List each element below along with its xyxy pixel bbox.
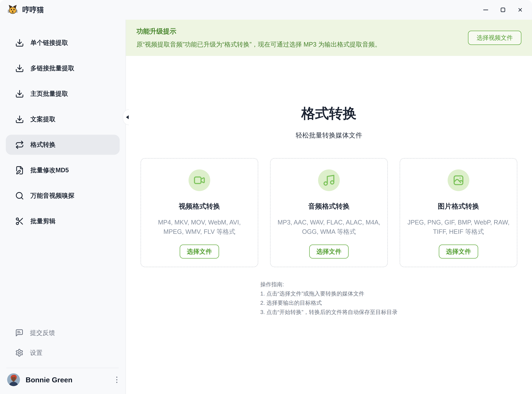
app-logo-cat-icon (7, 5, 18, 15)
download-icon (15, 38, 24, 47)
sidebar-item-label: 单个链接提取 (31, 39, 68, 47)
select-file-button-audio[interactable]: 选择文件 (309, 244, 349, 259)
window-controls (482, 7, 523, 13)
select-file-button-video[interactable]: 选择文件 (180, 244, 219, 259)
sidebar-divider (6, 368, 119, 368)
card-title: 音频格式转换 (308, 202, 350, 211)
sidebar-item-feedback[interactable]: 提交反馈 (6, 323, 120, 342)
image-convert-card: 图片格式转换 JPEG, PNG, GIF, BMP, WebP, RAW, T… (400, 158, 517, 267)
page-header: 格式转换 轻松批量转换媒体文件 (126, 104, 532, 140)
close-icon (517, 7, 523, 13)
minimize-button[interactable] (482, 7, 489, 13)
user-menu-kebab-icon[interactable] (115, 375, 119, 385)
audio-convert-card: 音频格式转换 MP3, AAC, WAV, FLAC, ALAC, M4A, O… (270, 158, 388, 267)
sidebar: 单个链接提取 多链接批量提取 主页批量提取 文案提取 格式转换 (0, 20, 125, 394)
upgrade-banner: 功能升级提示 原“视频提取音频”功能已升级为“格式转换”，现在可通过选择 MP3… (126, 20, 532, 56)
select-video-file-button[interactable]: 选择视频文件 (468, 31, 522, 45)
card-formats: JPEG, PNG, GIF, BMP, WebP, RAW, TIFF, HE… (400, 218, 517, 236)
sidebar-item-label: 批量修改MD5 (31, 166, 69, 175)
video-icon-circle (188, 169, 210, 191)
sidebar-item-multi-link-batch-extract[interactable]: 多链接批量提取 (6, 58, 120, 78)
guide-heading: 操作指南: (260, 280, 397, 289)
card-formats: MP4, MKV, MOV, WebM, AVI, MPEG, WMV, FLV… (141, 218, 258, 236)
usage-guide: 操作指南: 1. 点击“选择文件”或拖入要转换的媒体文件 2. 选择要输出的目标… (260, 280, 397, 317)
video-icon (193, 174, 206, 187)
sidebar-item-label: 多链接批量提取 (31, 64, 74, 73)
card-title: 图片格式转换 (438, 202, 479, 211)
content-area: 功能升级提示 原“视频提取音频”功能已升级为“格式转换”，现在可通过选择 MP3… (125, 20, 532, 394)
sidebar-item-batch-modify-md5[interactable]: 批量修改MD5 (6, 160, 120, 180)
download-icon (15, 89, 24, 98)
video-convert-card: 视频格式转换 MP4, MKV, MOV, WebM, AVI, MPEG, W… (141, 158, 258, 267)
upgrade-banner-text: 功能升级提示 原“视频提取音频”功能已升级为“格式转换”，现在可通过选择 MP3… (136, 27, 381, 49)
avatar (7, 373, 20, 386)
sidebar-item-label: 批量剪辑 (31, 217, 56, 225)
scissors-icon (15, 217, 24, 226)
conversion-cards: 视频格式转换 MP4, MKV, MOV, WebM, AVI, MPEG, W… (126, 158, 532, 267)
upgrade-banner-title: 功能升级提示 (136, 27, 381, 36)
upgrade-banner-body: 原“视频提取音频”功能已升级为“格式转换”，现在可通过选择 MP3 为输出格式提… (136, 40, 381, 49)
guide-step: 3. 点击“开始转换”，转换后的文件将自动保存至目标目录 (260, 307, 397, 317)
card-title: 视频格式转换 (179, 202, 220, 211)
sidebar-nav: 单个链接提取 多链接批量提取 主页批量提取 文案提取 格式转换 (0, 33, 125, 231)
download-icon (15, 64, 24, 73)
page-title: 格式转换 (126, 104, 532, 123)
chevron-left-icon (126, 115, 129, 119)
app-window: 哼哼猫 单个链接提取 多链接批量提取 (0, 0, 532, 394)
image-icon (452, 174, 465, 187)
search-icon (15, 191, 24, 200)
sidebar-item-format-convert[interactable]: 格式转换 (6, 135, 120, 155)
user-name: Bonnie Green (26, 376, 73, 384)
sidebar-item-label: 格式转换 (31, 140, 56, 149)
guide-step: 1. 点击“选择文件”或拖入要转换的媒体文件 (260, 289, 397, 298)
sidebar-item-settings[interactable]: 设置 (6, 343, 120, 362)
image-icon-circle (448, 169, 469, 191)
page-subtitle: 轻松批量转换媒体文件 (126, 131, 532, 140)
minimize-icon (483, 10, 488, 10)
sidebar-item-batch-edit[interactable]: 批量剪辑 (6, 211, 120, 231)
sidebar-item-single-link-extract[interactable]: 单个链接提取 (6, 33, 120, 53)
music-icon (322, 174, 335, 187)
sidebar-item-label: 提交反馈 (30, 329, 55, 337)
sidebar-item-label: 设置 (30, 349, 42, 357)
sidebar-item-copy-extract[interactable]: 文案提取 (6, 109, 120, 129)
maximize-button[interactable] (500, 7, 506, 13)
sidebar-item-label: 文案提取 (31, 115, 56, 124)
guide-step: 2. 选择要输出的目标格式 (260, 298, 397, 307)
feedback-message-icon (15, 329, 24, 337)
repeat-icon (15, 140, 24, 149)
download-icon (15, 115, 24, 124)
titlebar: 哼哼猫 (0, 0, 532, 20)
close-button[interactable] (517, 7, 523, 13)
music-icon-circle (318, 169, 340, 191)
main-row: 单个链接提取 多链接批量提取 主页批量提取 文案提取 格式转换 (0, 20, 532, 394)
sidebar-spacer (0, 231, 125, 323)
card-formats: MP3, AAC, WAV, FLAC, ALAC, M4A, OGG, WMA… (271, 218, 387, 236)
sidebar-item-homepage-batch-extract[interactable]: 主页批量提取 (6, 84, 120, 104)
app-title: 哼哼猫 (22, 5, 44, 15)
settings-gear-icon (15, 349, 24, 357)
sidebar-item-av-sniffer[interactable]: 万能音视频嗅探 (6, 186, 120, 206)
maximize-icon (501, 8, 505, 12)
file-pen-icon (15, 166, 24, 175)
sidebar-footer: 提交反馈 设置 (0, 323, 125, 362)
user-profile-row[interactable]: Bonnie Green (0, 373, 125, 386)
sidebar-item-label: 主页批量提取 (31, 89, 68, 98)
select-file-button-image[interactable]: 选择文件 (439, 244, 478, 259)
sidebar-item-label: 万能音视频嗅探 (31, 192, 74, 200)
